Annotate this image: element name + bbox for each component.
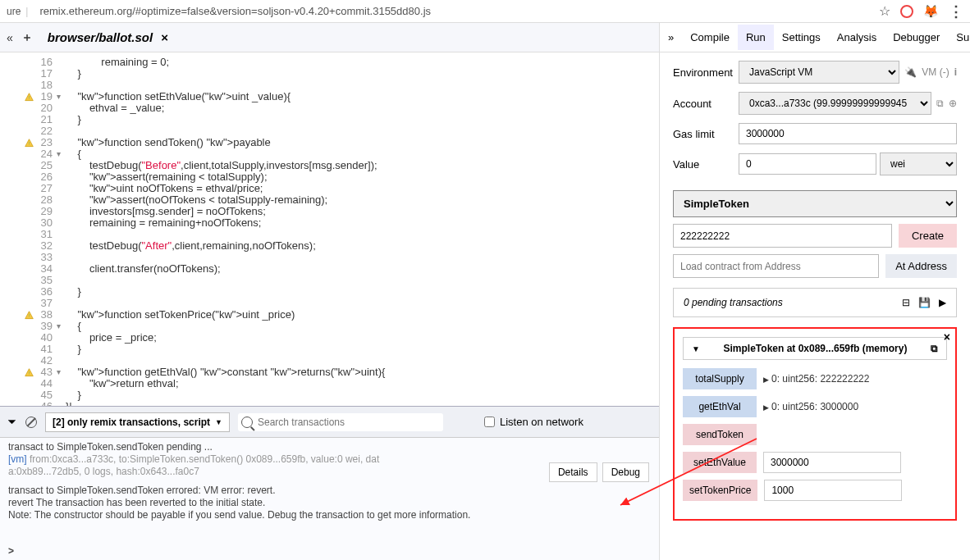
console-filter-dropdown[interactable]: [2] only remix transactions, script ▼ — [45, 412, 230, 432]
console-line: transact to SimpleToken.sendToken pendin… — [8, 441, 651, 453]
gas-limit-input[interactable] — [739, 123, 957, 144]
console-prompt[interactable]: > — [8, 545, 14, 557]
account-label: Account — [673, 98, 739, 110]
browser-left-label: ure — [7, 6, 21, 17]
tab-run[interactable]: Run — [738, 25, 774, 50]
contract-select[interactable]: SimpleToken — [673, 190, 957, 217]
panel-collapse-icon[interactable]: « — [7, 31, 13, 44]
caret-down-icon: ▼ — [692, 344, 700, 353]
tab-settings[interactable]: Settings — [774, 25, 829, 50]
listen-label: Listen on network — [500, 416, 583, 428]
at-address-input[interactable] — [673, 254, 879, 278]
call-row: sendToken — [683, 424, 947, 445]
value-label: Value — [673, 158, 739, 171]
call-totalSupply-button[interactable]: totalSupply — [683, 368, 757, 389]
search-icon — [241, 417, 253, 428]
gas-limit-label: Gas limit — [673, 128, 739, 140]
deployed-instance: × ▼ SimpleToken at 0x089...659fb (memory… — [673, 327, 957, 521]
call-sendToken-button[interactable]: sendToken — [683, 424, 757, 445]
add-file-icon[interactable]: ＋ — [21, 30, 33, 45]
value-unit-select[interactable]: wei — [880, 153, 957, 175]
warning-icon[interactable]: ! — [25, 138, 34, 147]
clear-console-icon[interactable] — [25, 417, 37, 428]
plug-icon: 🔌 — [904, 66, 917, 78]
right-panel-tabs: » Compile Run Settings Analysis Debugger… — [660, 23, 970, 52]
opera-icon[interactable] — [900, 5, 913, 18]
console-filter-label: [2] only remix transactions, script — [53, 417, 210, 428]
call-row: getEthVal▶0: uint256: 3000000 — [683, 396, 947, 417]
close-icon[interactable]: × — [161, 30, 168, 44]
bookmark-star-icon[interactable]: ☆ — [879, 3, 890, 19]
close-icon[interactable]: × — [944, 330, 950, 344]
svg-text:!: ! — [29, 312, 30, 318]
call-getEthVal-button[interactable]: getEthVal — [683, 396, 757, 417]
panel-collapse-icon[interactable]: » — [660, 31, 682, 43]
pending-text: 0 pending transactions — [684, 297, 783, 308]
console-output: transact to SimpleToken.sendToken pendin… — [0, 437, 659, 560]
console-toggle-icon[interactable]: ⏷ — [7, 416, 17, 428]
file-tab-bar: « ＋ browser/ballot.sol × — [0, 23, 659, 52]
pending-transactions: 0 pending transactions ⊟ 💾 ▶ — [673, 288, 957, 317]
warning-icon[interactable]: ! — [25, 92, 34, 101]
tab-debugger[interactable]: Debugger — [885, 25, 948, 50]
console-line: Note: The constructor should be payable … — [8, 509, 651, 521]
constructor-arg-input[interactable] — [673, 224, 892, 248]
collapse-all-icon[interactable]: ⊟ — [902, 297, 910, 308]
console-search-input[interactable] — [258, 417, 440, 428]
call-return: ▶0: uint256: 222222222 — [763, 373, 869, 385]
listen-checkbox[interactable] — [484, 417, 495, 427]
at-address-button[interactable]: At Address — [885, 254, 957, 278]
svg-text:!: ! — [29, 140, 30, 146]
console-toolbar: ⏷ [2] only remix transactions, script ▼ … — [0, 406, 659, 437]
account-select[interactable]: 0xca3...a733c (99.99999999999945 — [739, 92, 931, 115]
caret-down-icon: ▼ — [215, 418, 222, 426]
value-input[interactable] — [739, 153, 876, 175]
call-return: ▶0: uint256: 3000000 — [763, 401, 858, 412]
call-row: setEthValue — [683, 452, 947, 473]
environment-select[interactable]: JavaScript VM — [739, 61, 899, 84]
add-account-icon[interactable]: ⊕ — [949, 98, 957, 109]
tab-analysis[interactable]: Analysis — [829, 25, 885, 50]
vm-status: VM (-) — [922, 66, 949, 78]
call-setTokenPrice-button[interactable]: setTokenPrice — [683, 480, 757, 501]
copy-icon[interactable]: ⧉ — [936, 98, 944, 109]
save-icon[interactable]: 💾 — [918, 297, 931, 308]
console-line: transact to SimpleToken.sendToken errore… — [8, 485, 651, 496]
call-setTokenPrice-input[interactable] — [764, 480, 902, 501]
environment-label: Environment — [673, 66, 739, 79]
details-button[interactable]: Details — [549, 462, 597, 482]
svg-text:!: ! — [29, 94, 30, 100]
browser-menu-icon[interactable]: ⋮ — [949, 2, 963, 20]
tab-support[interactable]: Support — [948, 25, 970, 50]
console-line: revert The transaction has been reverted… — [8, 497, 651, 508]
info-icon[interactable]: i — [954, 66, 957, 78]
tab-compile[interactable]: Compile — [682, 25, 738, 50]
listen-network-toggle[interactable]: Listen on network — [484, 416, 583, 428]
code-editor[interactable]: 161718!19▾202122!2324▾252627282930313233… — [0, 52, 659, 406]
debug-button[interactable]: Debug — [602, 462, 649, 482]
file-tab[interactable]: browser/ballot.sol × — [41, 27, 175, 48]
instance-header[interactable]: ▼ SimpleToken at 0x089...659fb (memory) … — [683, 337, 947, 360]
file-tab-label: browser/ballot.sol — [48, 30, 153, 44]
call-setEthValue-input[interactable] — [763, 452, 901, 473]
url[interactable]: remix.ethereum.org/#optimize=false&versi… — [39, 5, 879, 17]
copy-icon[interactable]: ⧉ — [931, 343, 938, 354]
warning-icon[interactable]: ! — [25, 310, 34, 319]
instance-title: SimpleToken at 0x089...659fb (memory) — [708, 343, 922, 354]
console-search[interactable] — [238, 413, 443, 431]
browser-address-bar: ure | remix.ethereum.org/#optimize=false… — [0, 0, 970, 23]
warning-icon[interactable]: ! — [25, 367, 34, 376]
call-row: totalSupply▶0: uint256: 222222222 — [683, 368, 947, 389]
call-row: setTokenPrice — [683, 480, 947, 501]
svg-text:!: ! — [29, 370, 30, 376]
call-setEthValue-button[interactable]: setEthValue — [683, 452, 757, 473]
extension-icon[interactable]: 🦊 — [923, 4, 939, 19]
play-icon[interactable]: ▶ — [939, 297, 946, 308]
create-button[interactable]: Create — [899, 224, 957, 248]
